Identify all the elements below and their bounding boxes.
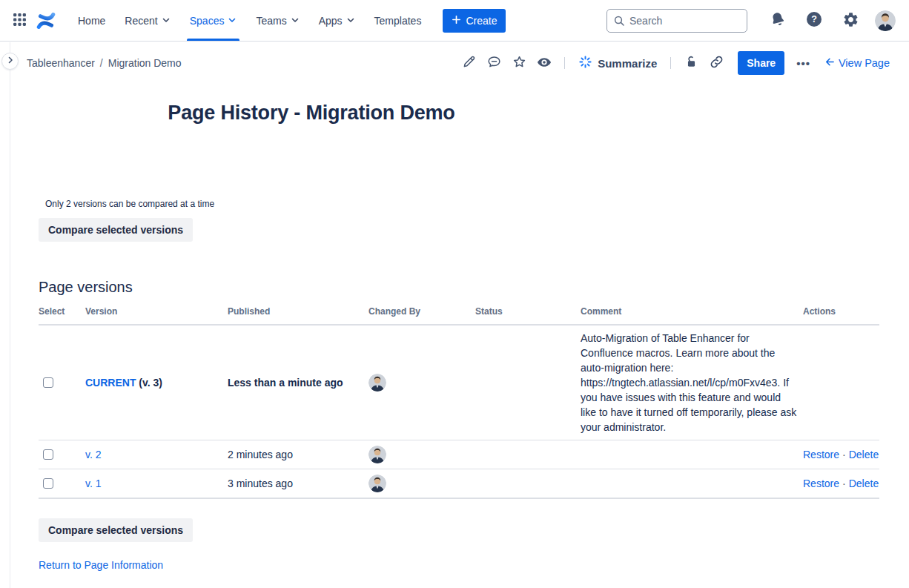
comment-cell: Auto-Migration of Table Enhancer for Con… <box>581 325 803 440</box>
version-checkbox[interactable] <box>43 377 53 388</box>
favorite-button[interactable] <box>508 53 530 73</box>
breadcrumb: Tableenhancer / Migration Demo <box>27 57 182 69</box>
sidebar-divider <box>10 42 10 588</box>
confluence-logo[interactable] <box>31 6 61 36</box>
unlock-icon <box>684 54 699 72</box>
toolbar-divider <box>670 57 671 69</box>
sparkle-icon <box>578 55 592 71</box>
plus-icon <box>452 15 461 27</box>
breadcrumb-page-link[interactable]: Migration Demo <box>108 57 182 69</box>
eye-icon <box>536 54 552 73</box>
restore-link[interactable]: Restore <box>803 449 839 460</box>
comment-cell <box>581 440 803 469</box>
status-cell <box>475 469 581 499</box>
comment-cell <box>581 469 803 499</box>
page-versions-heading: Page versions <box>39 279 890 296</box>
version-link[interactable]: v. 2 <box>85 449 102 460</box>
app-switcher-grid-icon <box>13 13 27 29</box>
question-circle-icon: ? <box>805 10 823 30</box>
published-cell: Less than a minute ago <box>228 325 368 440</box>
version-row: v. 2 2 minutes ago Restore·Delete <box>39 440 879 469</box>
search-icon <box>613 15 625 27</box>
speech-bubble-icon <box>486 54 502 72</box>
summarize-button[interactable]: Summarize <box>574 53 661 73</box>
actions-cell <box>803 325 879 440</box>
published-cell: 3 minutes ago <box>228 469 368 499</box>
toolbar-divider <box>564 57 565 69</box>
version-checkbox[interactable] <box>43 478 53 489</box>
return-to-page-information-link[interactable]: Return to Page Information <box>39 559 163 571</box>
nav-item-home[interactable]: Home <box>68 0 115 41</box>
changed-by-avatar[interactable] <box>368 475 386 492</box>
version-row-current: CURRENT (v. 3) Less than a minute ago Au… <box>39 325 879 440</box>
profile-avatar[interactable] <box>875 10 896 31</box>
edit-button[interactable] <box>457 53 480 73</box>
page-toolbar: Summarize Share ••• View Page <box>457 51 890 75</box>
compare-selected-versions-button[interactable]: Compare selected versions <box>39 218 193 242</box>
gear-icon <box>842 11 859 30</box>
link-icon <box>709 54 724 72</box>
notifications-button[interactable] <box>766 9 790 33</box>
page-title: Page History - Migration Demo <box>39 102 584 125</box>
compare-note: Only 2 versions can be compared at a tim… <box>45 199 890 209</box>
chevron-right-icon <box>6 56 15 67</box>
action-separator: · <box>842 449 846 460</box>
current-version-link[interactable]: CURRENT <box>85 377 136 389</box>
changed-by-avatar[interactable] <box>368 446 386 463</box>
user-avatar-image <box>875 10 896 31</box>
changed-by-avatar[interactable] <box>368 374 386 392</box>
page-versions-table: Select Version Published Changed By Stat… <box>39 306 879 499</box>
sidebar-expand-button[interactable] <box>1 53 19 70</box>
status-cell <box>475 440 581 469</box>
published-cell: 2 minutes ago <box>228 440 368 469</box>
restore-link[interactable]: Restore <box>803 478 839 489</box>
delete-link[interactable]: Delete <box>849 478 879 489</box>
watch-button[interactable] <box>533 53 555 73</box>
nav-item-apps[interactable]: Apps <box>309 0 365 41</box>
chevron-down-icon <box>162 15 171 27</box>
column-header-version: Version <box>85 306 228 325</box>
app-switcher-button[interactable] <box>7 9 31 33</box>
share-button[interactable]: Share <box>738 51 784 75</box>
primary-nav: Home Recent Spaces Teams Apps Templates <box>68 0 431 41</box>
pencil-icon <box>461 54 477 72</box>
status-cell <box>475 325 581 440</box>
breadcrumb-separator: / <box>100 57 103 69</box>
nav-item-templates[interactable]: Templates <box>365 0 432 41</box>
svg-text:?: ? <box>811 14 817 24</box>
column-header-comment: Comment <box>581 306 803 325</box>
nav-item-spaces[interactable]: Spaces <box>180 0 247 41</box>
compare-selected-versions-button-bottom[interactable]: Compare selected versions <box>39 518 193 542</box>
app-header: Home Recent Spaces Teams Apps Templates <box>0 0 909 42</box>
version-row: v. 1 3 minutes ago Restore·Delete <box>39 469 879 499</box>
more-actions-button[interactable]: ••• <box>792 53 815 73</box>
nav-item-teams[interactable]: Teams <box>246 0 308 41</box>
comments-button[interactable] <box>483 53 505 73</box>
table-header-row: Select Version Published Changed By Stat… <box>39 306 879 325</box>
restrictions-button[interactable] <box>680 53 702 73</box>
delete-link[interactable]: Delete <box>849 449 879 460</box>
column-header-status: Status <box>475 306 581 325</box>
chevron-down-icon <box>228 15 237 27</box>
view-page-link[interactable]: View Page <box>824 56 890 70</box>
column-header-select: Select <box>39 306 85 325</box>
chevron-down-icon <box>291 15 300 27</box>
settings-button[interactable] <box>839 9 862 33</box>
create-button[interactable]: Create <box>443 9 506 33</box>
nav-item-recent[interactable]: Recent <box>115 0 179 41</box>
star-icon <box>512 54 527 72</box>
actions-cell: Restore·Delete <box>803 469 879 499</box>
version-link[interactable]: v. 1 <box>85 478 102 489</box>
column-header-actions: Actions <box>803 306 879 325</box>
bell-icon <box>769 10 787 30</box>
chevron-down-icon <box>346 15 355 27</box>
action-separator: · <box>842 478 846 489</box>
actions-cell: Restore·Delete <box>803 440 879 469</box>
copy-link-button[interactable] <box>705 53 727 73</box>
search-box <box>606 9 747 33</box>
version-checkbox[interactable] <box>43 449 53 460</box>
help-button[interactable]: ? <box>802 9 826 33</box>
column-header-published: Published <box>228 306 368 325</box>
breadcrumb-space-link[interactable]: Tableenhancer <box>27 57 95 69</box>
search-input[interactable] <box>606 9 747 33</box>
